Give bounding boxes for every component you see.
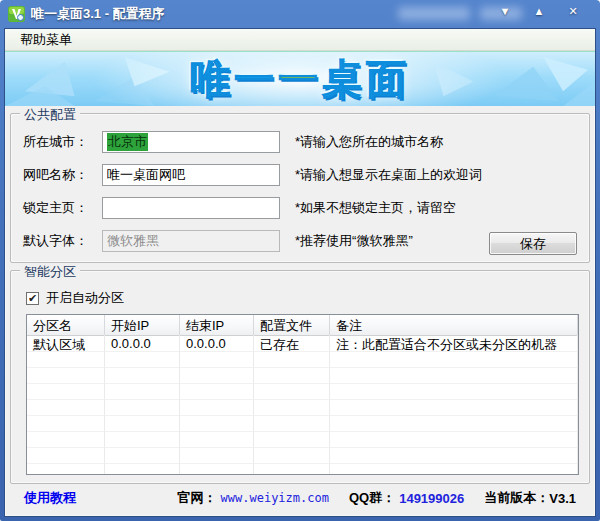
city-field-row: 所在城市： 北京市 *请输入您所在的城市名称 — [23, 131, 579, 153]
cafe-name-input[interactable] — [102, 164, 280, 186]
app-icon — [8, 6, 25, 22]
table-row[interactable]: 默认区域 0.0.0.0 0.0.0.0 已存在 注：此配置适合不分区或未分区的… — [27, 335, 578, 352]
window-title: 唯一桌面3.1 - 配置程序 — [31, 5, 165, 23]
website-link[interactable]: www.weiyizm.com — [221, 491, 329, 505]
cell-start-ip: 0.0.0.0 — [105, 335, 180, 352]
client-area: 帮助菜单 唯一一桌面 公共配置 所在城市： — [4, 28, 596, 517]
cell-partition-name: 默认区域 — [27, 335, 105, 352]
logo-text-part1: 唯一 — [190, 57, 278, 101]
cafe-name-hint: *请输入想显示在桌面上的欢迎词 — [295, 166, 482, 184]
save-button[interactable]: 保存 — [489, 232, 577, 255]
empty-table-row — [27, 384, 578, 400]
font-input — [102, 230, 280, 252]
minimize-icon[interactable]: ▼ — [496, 3, 514, 19]
qq-group-label: QQ群： — [349, 489, 395, 507]
public-config-group: 公共配置 所在城市： 北京市 *请输入您所在的城市名称 网吧名称： *请输入想显… — [10, 113, 590, 263]
col-header-remark[interactable]: 备注 — [330, 315, 578, 336]
version-value: V3.1 — [549, 491, 576, 506]
city-label: 所在城市： — [23, 133, 102, 151]
city-input[interactable]: 北京市 — [102, 131, 280, 153]
partition-table-header-row: 分区名 开始IP 结束IP 配置文件 备注 — [27, 315, 578, 335]
city-hint: *请输入您所在的城市名称 — [295, 133, 443, 151]
close-icon[interactable]: ✕ — [564, 3, 582, 19]
app-window: 唯一桌面3.1 - 配置程序 ▼ ▲ ✕ 帮助菜单 — [0, 0, 600, 521]
cafe-name-label: 网吧名称： — [23, 166, 102, 184]
empty-table-row — [27, 352, 578, 368]
empty-table-row — [27, 368, 578, 384]
city-selected-text: 北京市 — [107, 133, 148, 151]
tutorial-link[interactable]: 使用教程 — [24, 489, 76, 507]
empty-table-row — [27, 416, 578, 432]
smart-partition-group-title: 智能分区 — [20, 263, 80, 281]
banner: 唯一一桌面 — [5, 51, 595, 106]
auto-partition-checkbox[interactable]: ✔ — [26, 292, 39, 305]
empty-table-row — [27, 464, 578, 475]
menu-item-help[interactable]: 帮助菜单 — [14, 29, 78, 51]
homepage-field-row: 锁定主页： *如果不想锁定主页，请留空 — [23, 197, 579, 219]
menu-bar: 帮助菜单 — [5, 29, 595, 51]
blurred-region — [398, 7, 470, 20]
empty-table-row — [27, 400, 578, 416]
maximize-icon[interactable]: ▲ — [530, 3, 548, 19]
website-label: 官网： — [178, 489, 217, 507]
cell-config-file: 已存在 — [254, 335, 330, 352]
col-header-partition-name[interactable]: 分区名 — [27, 315, 105, 336]
version-label: 当前版本： — [484, 489, 549, 507]
status-bar: 使用教程 官网： www.weiyizm.com QQ群： 149199026 … — [10, 484, 590, 514]
qq-group-number[interactable]: 149199026 — [399, 491, 464, 506]
col-header-config-file[interactable]: 配置文件 — [254, 315, 330, 336]
homepage-hint: *如果不想锁定主页，请留空 — [295, 199, 456, 217]
cafe-name-field-row: 网吧名称： *请输入想显示在桌面上的欢迎词 — [23, 164, 579, 186]
title-bar[interactable]: 唯一桌面3.1 - 配置程序 ▼ ▲ ✕ — [0, 0, 600, 28]
main-content: 公共配置 所在城市： 北京市 *请输入您所在的城市名称 网吧名称： *请输入想显… — [5, 106, 595, 516]
homepage-label: 锁定主页： — [23, 199, 102, 217]
empty-table-row — [27, 448, 578, 464]
partition-table: 分区名 开始IP 结束IP 配置文件 备注 默认区域 0.0.0.0 0.0.0… — [26, 314, 579, 475]
checkbox-check-icon: ✔ — [28, 293, 37, 304]
auto-partition-checkbox-row[interactable]: ✔ 开启自动分区 — [26, 289, 581, 307]
auto-partition-checkbox-label: 开启自动分区 — [46, 289, 124, 307]
cell-end-ip: 0.0.0.0 — [180, 335, 254, 352]
font-hint: *推荐使用“微软雅黑” — [295, 232, 413, 250]
logo-text-part2: 桌面 — [322, 57, 410, 101]
banner-logo-text: 唯一一桌面 — [190, 52, 410, 107]
cell-remark: 注：此配置适合不分区或未分区的机器 — [330, 335, 578, 352]
empty-table-row — [27, 432, 578, 448]
font-label: 默认字体： — [23, 232, 102, 250]
public-config-group-title: 公共配置 — [20, 106, 80, 124]
smart-partition-group: 智能分区 ✔ 开启自动分区 分区名 开始IP 结束IP 配置文件 备注 默认区域 — [10, 270, 590, 484]
col-header-end-ip[interactable]: 结束IP — [180, 315, 254, 336]
logo-accent-dash: 一 — [278, 57, 322, 101]
col-header-start-ip[interactable]: 开始IP — [105, 315, 180, 336]
homepage-input[interactable] — [102, 197, 280, 219]
